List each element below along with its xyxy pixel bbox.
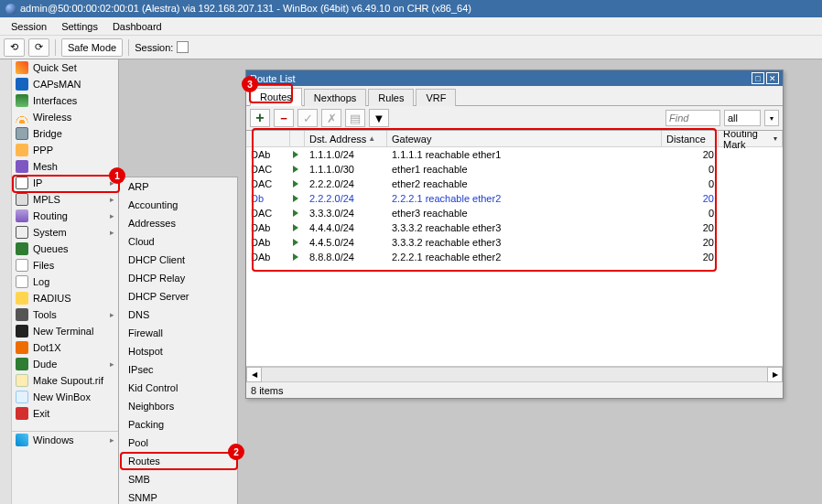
menubar: Session Settings Dashboard — [0, 17, 822, 36]
filter-select[interactable]: all — [724, 110, 761, 126]
main-toolbar: ⟲ ⟳ Safe Mode Session: — [0, 36, 822, 59]
redo-button[interactable]: ⟳ — [28, 38, 49, 57]
comment-button[interactable]: ▤ — [345, 109, 365, 127]
submenu-item-arp[interactable]: ARP — [119, 177, 237, 196]
sidebar-item-quick-set[interactable]: Quick Set — [12, 59, 118, 76]
cell-rm — [719, 250, 783, 264]
sidebar-item-make-supout-rif[interactable]: Make Supout.rif — [12, 372, 118, 389]
sidebar-item-exit[interactable]: Exit — [12, 405, 118, 422]
submenu-item-kid-control[interactable]: Kid Control — [119, 379, 237, 397]
menu-dashboard[interactable]: Dashboard — [105, 18, 169, 35]
add-button[interactable]: + — [250, 109, 270, 127]
sidebar-item-interfaces[interactable]: Interfaces — [12, 92, 118, 109]
if-icon — [16, 94, 28, 107]
sidebar-item-label: Dude — [33, 359, 57, 370]
submenu-item-dhcp-client[interactable]: DHCP Client — [119, 251, 237, 269]
sidebar: Quick SetCAPsMANInterfacesWirelessBridge… — [0, 59, 119, 504]
submenu-item-dns[interactable]: DNS — [119, 306, 237, 324]
wifi-icon — [16, 111, 28, 123]
callout-table-box — [252, 128, 717, 272]
submenu-item-cloud[interactable]: Cloud — [119, 232, 237, 251]
submenu-item-hotspot[interactable]: Hotspot — [119, 342, 237, 360]
sidebar-item-ppp[interactable]: PPP — [12, 142, 118, 158]
enable-button[interactable]: ✓ — [297, 109, 318, 127]
sys-icon — [16, 226, 28, 239]
cell-rm — [719, 191, 783, 206]
sidebar-item-label: System — [33, 227, 67, 238]
sidebar-item-label: Quick Set — [33, 62, 77, 73]
session-checkbox[interactable] — [177, 41, 189, 53]
submenu-item-dhcp-relay[interactable]: DHCP Relay — [119, 269, 237, 287]
qs-icon — [16, 61, 28, 74]
ppp-icon — [16, 144, 28, 156]
sidebar-item-label: Routing — [33, 210, 68, 221]
submenu-item-pool[interactable]: Pool — [119, 434, 237, 452]
filter-button[interactable]: ▼ — [369, 109, 389, 127]
submenu-item-addresses[interactable]: Addresses — [119, 214, 237, 232]
submenu-item-accounting[interactable]: Accounting — [119, 196, 237, 214]
sidebar-item-dot1x[interactable]: Dot1X — [12, 339, 118, 356]
tab-nexthops[interactable]: Nexthops — [304, 89, 366, 106]
scroll-right-icon[interactable]: ▶ — [767, 367, 783, 382]
submenu-item-smb[interactable]: SMB — [119, 470, 237, 488]
sidebar-item-files[interactable]: Files — [12, 257, 118, 273]
submenu-item-ipsec[interactable]: IPsec — [119, 360, 237, 379]
f-icon — [16, 259, 28, 272]
sidebar-item-new-terminal[interactable]: New Terminal — [12, 323, 118, 339]
sidebar-item-routing[interactable]: Routing▸ — [12, 208, 118, 224]
sidebar-item-bridge[interactable]: Bridge — [12, 125, 118, 142]
sidebar-collapse[interactable] — [0, 59, 12, 504]
cell-rm — [719, 162, 783, 177]
disable-button[interactable]: ✗ — [321, 109, 341, 127]
cell-rm — [719, 206, 783, 220]
sidebar-item-dude[interactable]: Dude▸ — [12, 356, 118, 372]
sidebar-item-tools[interactable]: Tools▸ — [12, 306, 118, 323]
scroll-left-icon[interactable]: ◀ — [246, 367, 262, 382]
tool-icon — [16, 308, 28, 321]
col-routing-mark[interactable]: Routing Mark▾ — [719, 131, 783, 146]
sidebar-item-new-winbox[interactable]: New WinBox — [12, 389, 118, 405]
horizontal-scrollbar[interactable]: ◀ ▶ — [246, 366, 783, 381]
submenu-item-neighbors[interactable]: Neighbors — [119, 397, 237, 415]
chevron-right-icon: ▸ — [110, 310, 114, 319]
callout-2-box — [120, 452, 238, 470]
tab-rules[interactable]: Rules — [368, 89, 414, 106]
submenu-item-dhcp-server[interactable]: DHCP Server — [119, 287, 237, 306]
sidebar-item-system[interactable]: System▸ — [12, 224, 118, 241]
menu-session[interactable]: Session — [4, 18, 54, 35]
sidebar-item-wireless[interactable]: Wireless — [12, 109, 118, 125]
sup-icon — [16, 374, 28, 387]
filter-dropdown-icon[interactable]: ▾ — [764, 110, 779, 126]
window-titlebar[interactable]: Route List □ ✕ — [246, 70, 783, 86]
sidebar-item-queues[interactable]: Queues — [12, 241, 118, 257]
menu-settings[interactable]: Settings — [54, 18, 105, 35]
sidebar-item-mesh[interactable]: Mesh — [12, 158, 118, 175]
sidebar-item-label: Windows — [33, 434, 74, 445]
sidebar-item-label: Wireless — [33, 112, 71, 123]
tab-vrf[interactable]: VRF — [416, 89, 456, 106]
rt-icon — [16, 209, 28, 222]
submenu-item-snmp[interactable]: SNMP — [119, 488, 237, 504]
sidebar-item-label: PPP — [33, 145, 53, 155]
safe-mode-button[interactable]: Safe Mode — [61, 38, 123, 57]
remove-button[interactable]: − — [274, 109, 294, 127]
brg-icon — [16, 127, 28, 140]
window-tabs: RoutesNexthopsRulesVRF — [246, 86, 783, 106]
sidebar-item-label: Interfaces — [33, 95, 77, 106]
submenu-item-firewall[interactable]: Firewall — [119, 324, 237, 342]
sidebar-item-radius[interactable]: RADIUS — [12, 290, 118, 306]
sidebar-item-windows[interactable]: Windows▸ — [12, 431, 118, 447]
find-input[interactable] — [665, 110, 720, 126]
sidebar-item-capsman[interactable]: CAPsMAN — [12, 76, 118, 92]
sidebar-item-label: New Terminal — [33, 326, 93, 337]
sidebar-item-label: Tools — [33, 309, 57, 320]
window-close-icon[interactable]: ✕ — [766, 72, 779, 84]
sidebar-item-mpls[interactable]: MPLS▸ — [12, 191, 118, 208]
chevron-right-icon: ▸ — [110, 228, 114, 237]
undo-button[interactable]: ⟲ — [4, 38, 25, 57]
window-maximize-icon[interactable]: □ — [752, 72, 764, 84]
cell-rm — [719, 235, 783, 250]
submenu-item-packing[interactable]: Packing — [119, 415, 237, 434]
sidebar-item-log[interactable]: Log — [12, 273, 118, 290]
sidebar-item-label: Bridge — [33, 128, 62, 139]
